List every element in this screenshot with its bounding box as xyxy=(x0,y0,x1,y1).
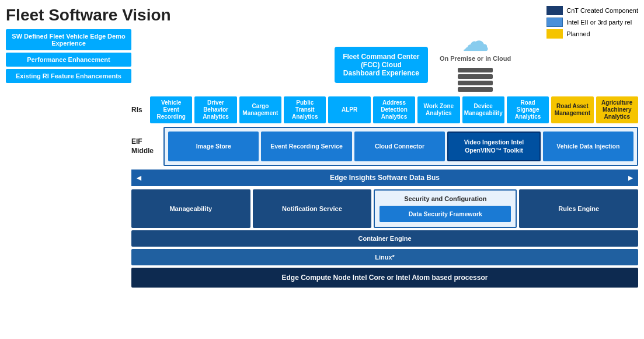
cloud-area: Fleet Command Center (FCC) Cloud Dashboa… xyxy=(207,29,638,92)
server-line-4 xyxy=(458,87,493,92)
eif-vehicle-data: Vehicle Data Injection xyxy=(543,132,633,161)
server-line-3 xyxy=(458,81,493,85)
legend-intel-box xyxy=(546,18,563,27)
infra-row: Manageability Notification Service Secur… xyxy=(131,189,638,228)
ri-alpr: ALPR xyxy=(328,96,370,123)
on-premise-label: On Premise or in Cloud xyxy=(440,55,511,62)
server-stack xyxy=(458,68,493,92)
legend-cnt-box xyxy=(546,6,563,15)
eif-boxes: Image Store Event Recording Service Clou… xyxy=(163,127,638,166)
legend-planned-label: Planned xyxy=(566,30,590,37)
security-inner: Data Security Framework xyxy=(380,206,511,222)
ri-agriculture: Agriculture Machinery Analytics xyxy=(596,96,638,123)
ris-label: RIs xyxy=(131,96,148,123)
legend-cnt-label: CnT Created Component xyxy=(566,7,638,14)
manageability-box: Manageability xyxy=(131,189,250,228)
linux-row: Linux* xyxy=(131,249,638,265)
ri-device-manage: Device Manageability xyxy=(462,96,504,123)
ri-public-transit: Public Transit Analytics xyxy=(284,96,326,123)
diagram: Fleet Command Center (FCC) Cloud Dashboa… xyxy=(131,29,638,290)
security-title: Security and Configuration xyxy=(404,195,486,202)
legend-intel-label: Intel EII or 3rd party rel xyxy=(566,19,632,26)
eif-cloud-connector: Cloud Connector xyxy=(354,132,445,161)
ris-row: RIs Vehicle Event Recording Driver Behav… xyxy=(131,96,638,123)
edge-compute: Edge Compute Node Intel Core or Intel At… xyxy=(131,268,638,288)
sw-box-1: Performance Enhancement xyxy=(6,53,131,67)
legend-intel: Intel EII or 3rd party rel xyxy=(546,18,638,27)
eif-row: EIFMiddle Image Store Event Recording Se… xyxy=(131,127,638,166)
security-box: Security and Configuration Data Security… xyxy=(374,189,517,228)
eif-image-store: Image Store xyxy=(168,132,259,161)
left-sidebar: SW Defined Fleet Vehicle Edge Demo Exper… xyxy=(6,29,131,290)
ri-driver-behavior: Driver Behavior Analytics xyxy=(194,96,236,123)
rules-engine-box: Rules Engine xyxy=(519,189,638,228)
eif-event-recording: Event Recording Service xyxy=(261,132,351,161)
notification-box: Notification Service xyxy=(253,189,372,228)
fcc-box: Fleet Command Center (FCC) Cloud Dashboa… xyxy=(335,47,428,83)
data-bus: Edge Insights Software Data Bus xyxy=(131,170,638,186)
legend-cnt: CnT Created Component xyxy=(546,6,638,15)
cloud-icon: ☁ xyxy=(462,29,488,55)
server-line-1 xyxy=(458,68,493,72)
container-engine: Container Engine xyxy=(131,230,638,247)
sw-box-0: SW Defined Fleet Vehicle Edge Demo Exper… xyxy=(6,29,131,50)
legend-planned-box xyxy=(546,29,563,39)
sw-box-2: Existing RI Feature Enhancements xyxy=(6,69,131,83)
eif-label: EIFMiddle xyxy=(131,127,163,166)
ri-work-zone: Work Zone Analytics xyxy=(417,96,459,123)
server-line-2 xyxy=(458,74,493,79)
legend-planned: Planned xyxy=(546,29,638,39)
cloud-shape: ☁ On Premise or in Cloud xyxy=(440,29,511,92)
ri-road-asset: Road Asset Management xyxy=(551,96,593,123)
page-title: Fleet Software Vision xyxy=(6,6,638,25)
ri-address-detection: Address Detection Analytics xyxy=(373,96,415,123)
ri-vehicle-event: Vehicle Event Recording xyxy=(150,96,192,123)
ri-road-signage: Road Signage Analytics xyxy=(507,96,549,123)
eif-video-ingestion: Video Ingestion Intel OpenVINO™ Toolkit xyxy=(447,132,540,161)
legend: CnT Created Component Intel EII or 3rd p… xyxy=(546,6,638,39)
ri-cargo: Cargo Management xyxy=(239,96,281,123)
